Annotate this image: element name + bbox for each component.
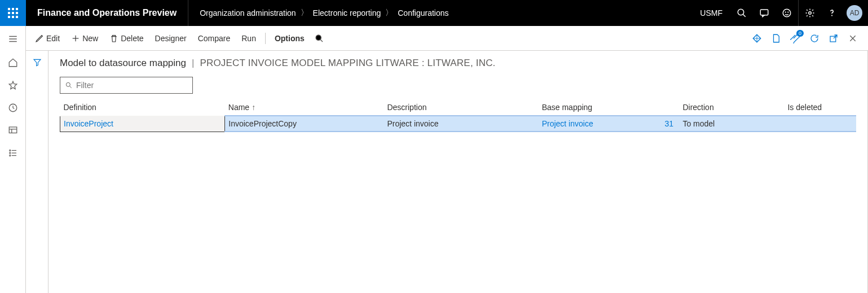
nav-recent[interactable] bbox=[0, 98, 26, 117]
svg-point-16 bbox=[831, 15, 832, 16]
svg-point-26 bbox=[9, 152, 10, 154]
new-button[interactable]: New bbox=[67, 32, 103, 45]
grid-row[interactable]: InvoiceProject InvoiceProjectCopy Projec… bbox=[60, 116, 857, 132]
app-launcher-button[interactable] bbox=[0, 0, 26, 26]
breadcrumb: Organization administration 〉 Electronic… bbox=[188, 0, 460, 26]
compare-label: Compare bbox=[198, 34, 231, 43]
smiley-icon bbox=[782, 8, 792, 18]
pencil-icon bbox=[35, 34, 44, 43]
col-header-name-label: Name bbox=[228, 103, 249, 112]
svg-point-28 bbox=[9, 155, 10, 156]
designer-button[interactable]: Designer bbox=[151, 32, 191, 45]
col-header-base-mapping[interactable]: Base mapping bbox=[539, 99, 680, 116]
svg-line-10 bbox=[743, 14, 746, 17]
close-icon bbox=[848, 34, 857, 43]
action-pane: Edit New Delete Designer Compare Run Opt… bbox=[26, 26, 868, 51]
close-button[interactable] bbox=[845, 31, 860, 46]
navbar-right-cluster: USMF AD bbox=[692, 0, 868, 26]
user-avatar[interactable]: AD bbox=[847, 5, 862, 21]
nav-modules[interactable] bbox=[0, 143, 26, 163]
page-options-button[interactable] bbox=[769, 31, 783, 46]
search-icon bbox=[315, 34, 324, 43]
feedback-button[interactable] bbox=[776, 0, 798, 26]
svg-rect-21 bbox=[9, 127, 17, 133]
personalize-button[interactable] bbox=[750, 31, 764, 46]
nav-home[interactable] bbox=[0, 53, 26, 72]
cell-name[interactable]: InvoiceProjectCopy bbox=[225, 116, 384, 132]
svg-rect-5 bbox=[16, 12, 18, 14]
star-icon bbox=[8, 80, 18, 90]
action-search-button[interactable] bbox=[311, 30, 327, 46]
nav-expand-button[interactable] bbox=[0, 28, 26, 50]
quick-filter-input[interactable] bbox=[76, 81, 188, 90]
home-icon bbox=[8, 58, 18, 68]
svg-point-37 bbox=[66, 82, 70, 86]
delete-label: Delete bbox=[121, 34, 143, 43]
diamond-icon bbox=[752, 33, 762, 43]
cell-direction[interactable]: To model bbox=[679, 116, 784, 132]
mapping-grid: Definition Name↑ Description Base mappin… bbox=[60, 99, 856, 132]
company-picker[interactable]: USMF bbox=[692, 8, 730, 18]
svg-rect-7 bbox=[12, 16, 14, 18]
svg-line-38 bbox=[70, 86, 72, 88]
settings-button[interactable] bbox=[798, 0, 821, 26]
help-button[interactable] bbox=[821, 0, 843, 26]
svg-line-33 bbox=[320, 40, 323, 42]
cell-definition[interactable]: InvoiceProject bbox=[60, 116, 225, 132]
popout-icon bbox=[829, 33, 839, 43]
edit-label: Edit bbox=[46, 34, 60, 43]
svg-point-24 bbox=[9, 150, 10, 151]
delete-button[interactable]: Delete bbox=[105, 32, 148, 45]
svg-point-14 bbox=[788, 12, 789, 13]
question-icon bbox=[827, 8, 837, 18]
gear-icon bbox=[805, 8, 815, 18]
svg-point-15 bbox=[808, 12, 811, 15]
options-button[interactable]: Options bbox=[270, 32, 309, 45]
clock-icon bbox=[8, 103, 18, 113]
cell-is-deleted[interactable] bbox=[784, 116, 856, 132]
waffle-icon bbox=[8, 8, 18, 18]
nav-favorites[interactable] bbox=[0, 76, 26, 95]
cell-base-mapping[interactable]: Project invoice bbox=[539, 116, 662, 132]
product-title: Finance and Operations Preview bbox=[26, 0, 188, 26]
nav-workspaces[interactable] bbox=[0, 121, 26, 140]
global-search-button[interactable] bbox=[730, 0, 753, 26]
page-context: PROJECT INVOICE MODEL MAPPING LITWARE : … bbox=[200, 58, 495, 69]
col-header-definition[interactable]: Definition bbox=[60, 99, 225, 116]
messages-button[interactable] bbox=[753, 0, 776, 26]
filter-pane-toggle[interactable] bbox=[26, 51, 49, 293]
breadcrumb-item[interactable]: Electronic reporting bbox=[313, 8, 381, 18]
grid-header-row: Definition Name↑ Description Base mappin… bbox=[60, 99, 857, 116]
quick-filter[interactable] bbox=[60, 77, 193, 94]
search-icon bbox=[65, 81, 73, 89]
svg-rect-11 bbox=[760, 10, 768, 15]
svg-rect-8 bbox=[16, 16, 18, 18]
list-icon bbox=[8, 148, 18, 158]
breadcrumb-item[interactable]: Organization administration bbox=[200, 8, 296, 18]
left-rail bbox=[0, 26, 26, 293]
run-button[interactable]: Run bbox=[237, 32, 261, 45]
compare-button[interactable]: Compare bbox=[193, 32, 235, 45]
col-header-name[interactable]: Name↑ bbox=[225, 99, 384, 116]
svg-rect-0 bbox=[8, 8, 10, 10]
popout-button[interactable] bbox=[826, 31, 841, 46]
svg-rect-6 bbox=[8, 16, 10, 18]
col-header-is-deleted[interactable]: Is deleted bbox=[784, 99, 856, 116]
col-header-description[interactable]: Description bbox=[384, 99, 538, 116]
sort-asc-icon: ↑ bbox=[252, 103, 255, 112]
global-navbar: Finance and Operations Preview Organizat… bbox=[0, 0, 868, 26]
page-title: Model to datasource mapping bbox=[60, 58, 186, 69]
chevron-right-icon: 〉 bbox=[301, 8, 309, 18]
chevron-right-icon: 〉 bbox=[385, 8, 393, 18]
new-label: New bbox=[82, 34, 98, 43]
title-separator: | bbox=[192, 58, 194, 69]
cell-base-mapping-count[interactable]: 31 bbox=[662, 116, 680, 132]
col-header-direction[interactable]: Direction bbox=[679, 99, 784, 116]
edit-button[interactable]: Edit bbox=[30, 32, 64, 45]
cell-description[interactable]: Project invoice bbox=[384, 116, 538, 132]
refresh-button[interactable] bbox=[807, 31, 822, 46]
chat-icon bbox=[759, 8, 769, 18]
attachments-button[interactable]: 0 bbox=[788, 31, 803, 46]
breadcrumb-item[interactable]: Configurations bbox=[398, 8, 448, 18]
svg-point-9 bbox=[738, 9, 744, 15]
